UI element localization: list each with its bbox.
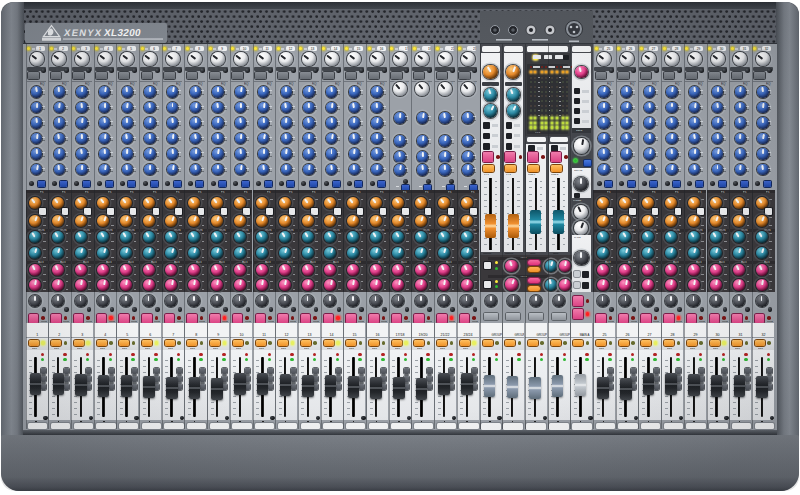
svg-text:XL3200: XL3200: [103, 28, 142, 39]
svg-text:XENYX: XENYX: [63, 28, 103, 39]
